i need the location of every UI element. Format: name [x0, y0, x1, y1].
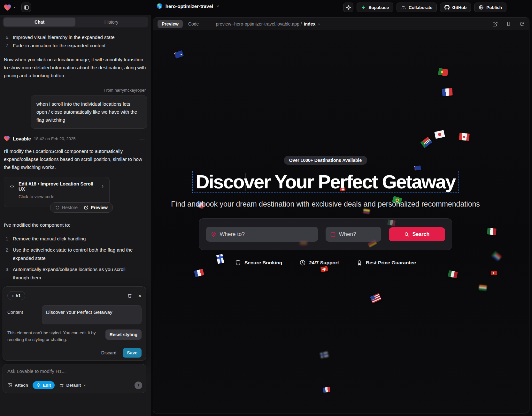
- collaborate-label: Collaborate: [409, 5, 432, 10]
- text-type-icon: T: [12, 294, 14, 298]
- calendar-icon: [330, 231, 336, 237]
- gear-icon: [346, 5, 351, 10]
- save-button[interactable]: Save: [123, 348, 142, 358]
- content-textarea[interactable]: Discover Your Perfect Getaway: [42, 305, 142, 324]
- feature-label: Secure Booking: [244, 260, 282, 266]
- collaborate-button[interactable]: Collaborate: [397, 3, 437, 12]
- logo-chevron-down-icon[interactable]: [13, 6, 16, 9]
- mode-select[interactable]: Default: [59, 383, 87, 388]
- project-globe-icon: 🌎: [157, 3, 163, 9]
- assistant-paragraph: I've modified the component to:: [4, 221, 147, 229]
- assistant-paragraph: I'll modify the LocationScroll component…: [4, 147, 147, 171]
- tab-history[interactable]: History: [75, 18, 147, 26]
- sliders-icon: [59, 383, 64, 388]
- search-button[interactable]: Search: [389, 227, 445, 241]
- publish-button[interactable]: Publish: [474, 3, 506, 12]
- modification-list: 1.Remove the manual click handling 2.Use…: [4, 235, 147, 286]
- supabase-bolt-icon: [361, 5, 366, 10]
- send-button[interactable]: [135, 382, 142, 389]
- feature-label: Best Price Guarantee: [366, 260, 416, 266]
- project-name: hero-optimizer-travel: [166, 4, 213, 9]
- where-to-input[interactable]: Where to?: [206, 227, 318, 242]
- delete-element-button[interactable]: [127, 293, 132, 298]
- edit-mode-button[interactable]: Edit: [33, 381, 55, 389]
- list-item: 2.Use the activeIndex state to control b…: [4, 246, 147, 262]
- open-in-new-window-button[interactable]: [492, 21, 498, 27]
- preview-url[interactable]: preview--hero-optimizer-travel.lovable.a…: [216, 21, 321, 26]
- preview-pane: Preview Code preview--hero-optimizer-tra…: [153, 17, 529, 413]
- chat-scroll-area[interactable]: 6.Improved visual hierarchy in the expan…: [3, 29, 148, 286]
- hero-subtitle: Find and book your dream destination wit…: [153, 200, 498, 208]
- tab-preview[interactable]: Preview: [158, 20, 183, 28]
- settings-button[interactable]: [343, 3, 353, 12]
- sidebar-toggle-button[interactable]: [21, 3, 31, 12]
- mode-label: Default: [66, 383, 81, 388]
- list-item: 7.Fade-in animation for the expanded con…: [4, 42, 147, 50]
- edit-card-subtitle: Click to view code: [19, 194, 105, 199]
- globe-icon: [479, 5, 484, 10]
- crosshair-icon: [36, 383, 41, 388]
- top-bar: 🌎 hero-optimizer-travel Supabase: [0, 0, 532, 15]
- arrow-up-icon: [136, 383, 141, 387]
- smartphone-icon: [506, 21, 511, 26]
- lovable-heart-logo[interactable]: [4, 4, 11, 11]
- refresh-button[interactable]: [520, 21, 525, 26]
- styling-note: This element can't be styled. You can ed…: [7, 329, 102, 343]
- url-base: preview--hero-optimizer-travel.lovable.a…: [216, 21, 302, 26]
- content-field-label: Content: [7, 305, 38, 324]
- feature-best-price: Best Price Guarantee: [356, 260, 416, 266]
- message-author-label: From harrymckayroper: [4, 88, 147, 93]
- edit-mode-label: Edit: [43, 383, 51, 388]
- chevron-down-icon: [83, 383, 87, 387]
- shield-icon: [235, 260, 241, 266]
- list-item: 6.Improved visual hierarchy in the expan…: [4, 33, 147, 42]
- project-chevron-down-icon: [216, 4, 220, 8]
- feature-list-top: 6.Improved visual hierarchy in the expan…: [4, 33, 147, 50]
- hero-title: Discover Your Perfect Getaway: [196, 172, 455, 192]
- users-icon: [401, 5, 406, 10]
- lovable-avatar: [4, 136, 10, 141]
- supabase-label: Supabase: [368, 5, 389, 10]
- chat-sidebar: Chat History 6.Improved visual hierarchy…: [0, 15, 151, 416]
- text-caret: [245, 173, 245, 191]
- preview-version-button[interactable]: Preview: [81, 204, 111, 211]
- project-selector[interactable]: 🌎 hero-optimizer-travel: [157, 3, 220, 9]
- where-to-placeholder: Where to?: [220, 231, 245, 238]
- element-tag-pill[interactable]: T h1: [7, 291, 25, 300]
- search-icon: [404, 232, 409, 237]
- tab-chat[interactable]: Chat: [4, 18, 75, 26]
- tab-code[interactable]: Code: [184, 20, 203, 28]
- reset-styling-button[interactable]: Reset styling: [105, 329, 142, 340]
- app-window: 🌎 hero-optimizer-travel Supabase: [0, 0, 532, 416]
- restore-button[interactable]: Restore: [52, 204, 81, 211]
- preview-label: Preview: [91, 205, 108, 210]
- selected-h1-element[interactable]: Discover Your Perfect Getaway: [192, 171, 459, 193]
- element-editor-panel: T h1 × Content Discover Your Perfect Get…: [3, 286, 146, 361]
- supabase-button[interactable]: Supabase: [357, 3, 393, 12]
- preview-viewport: Over 1000+ Destinations Available Discov…: [153, 30, 529, 413]
- destinations-badge: Over 1000+ Destinations Available: [284, 156, 367, 165]
- discard-button[interactable]: Discard: [101, 350, 116, 355]
- clock-icon: [299, 260, 306, 266]
- attach-label: Attach: [15, 383, 28, 388]
- edit-card-title: Edit #18 • Improve Location Scroll UX: [19, 181, 97, 192]
- github-button[interactable]: GitHub: [440, 3, 471, 12]
- assistant-name: Lovable: [13, 136, 31, 141]
- restore-label: Restore: [62, 205, 78, 210]
- attach-button[interactable]: Attach: [7, 383, 28, 388]
- message-menu-button[interactable]: ···: [137, 136, 147, 141]
- trash-icon: [127, 293, 132, 298]
- chat-input-card[interactable]: Ask Lovable to modify H1... Attach Edit: [3, 364, 146, 393]
- mobile-view-button[interactable]: [506, 21, 511, 26]
- refresh-icon: [520, 21, 525, 26]
- feature-support: 24/7 Support: [299, 260, 339, 266]
- github-icon: [444, 5, 450, 10]
- when-input[interactable]: When?: [326, 227, 381, 242]
- map-pin-icon: [211, 231, 217, 237]
- publish-label: Publish: [486, 5, 502, 10]
- external-link-icon: [84, 205, 89, 210]
- list-item: 3.Automatically expand/collapse location…: [4, 265, 147, 282]
- search-button-label: Search: [412, 231, 429, 237]
- sidebar-tabbar: Chat History: [3, 17, 148, 27]
- close-editor-button[interactable]: ×: [138, 293, 142, 299]
